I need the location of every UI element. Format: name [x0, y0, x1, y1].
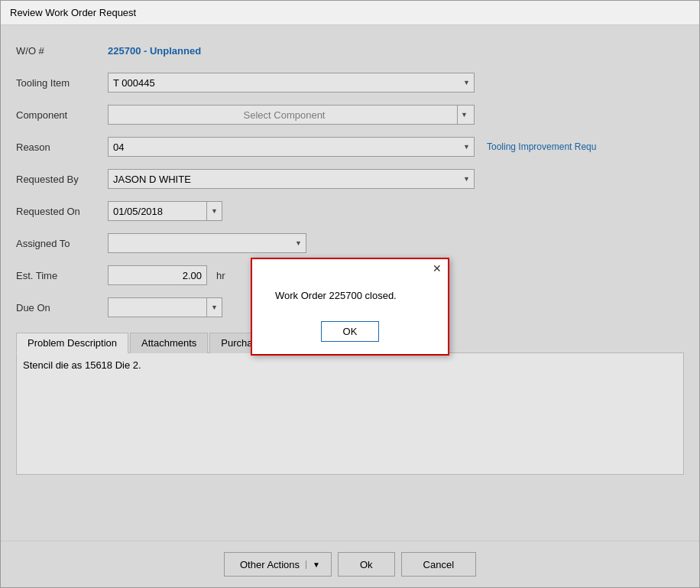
- modal-dialog: ✕ Work Order 225700 closed. OK: [251, 258, 449, 356]
- modal-overlay: ✕ Work Order 225700 closed. OK: [1, 25, 699, 587]
- window-content: W/O # 225700 - Unplanned Tooling Item T …: [1, 25, 699, 587]
- modal-message: Work Order 225700 closed.: [275, 290, 397, 301]
- modal-ok-button[interactable]: OK: [321, 321, 380, 342]
- main-window: Review Work Order Request W/O # 225700 -…: [0, 0, 700, 588]
- modal-header: ✕: [252, 259, 448, 278]
- modal-body: Work Order 225700 closed.: [252, 278, 448, 313]
- window-title: Review Work Order Request: [10, 7, 136, 18]
- title-bar: Review Work Order Request: [1, 1, 699, 25]
- modal-footer: OK: [252, 313, 448, 354]
- modal-close-button[interactable]: ✕: [431, 262, 443, 275]
